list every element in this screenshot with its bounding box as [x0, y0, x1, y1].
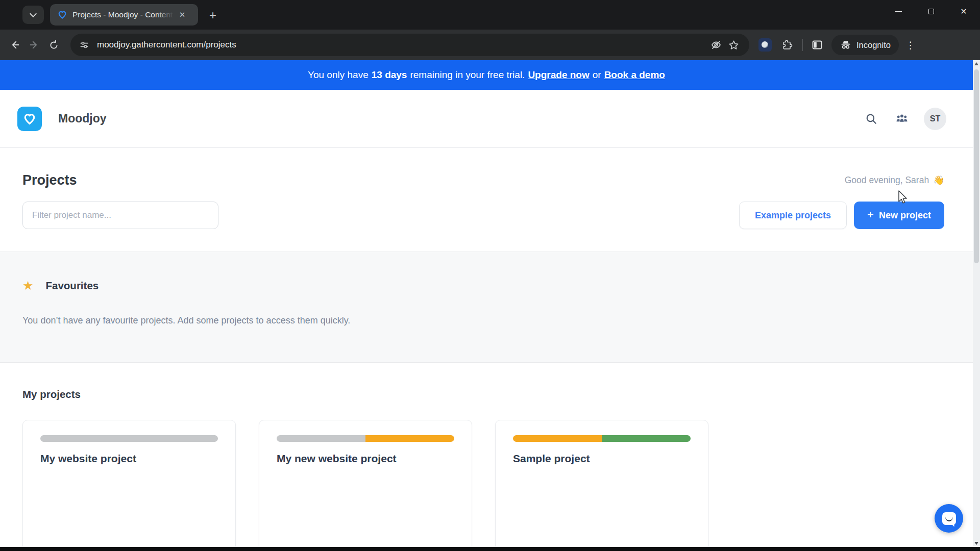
waving-hand-emoji: 👋 — [933, 175, 944, 186]
project-progress-bar — [513, 435, 691, 442]
site-header: Moodjoy — [0, 90, 973, 148]
minimize-button[interactable] — [882, 0, 915, 22]
search-icon — [865, 112, 878, 126]
trial-banner: You only have 13 days remaining in your … — [0, 60, 973, 90]
incognito-label: Incognito — [856, 40, 891, 50]
triangle-down-icon — [974, 542, 978, 545]
banner-or-text: or — [593, 69, 601, 81]
project-card[interactable]: My website project — [22, 420, 236, 551]
project-progress-bar — [40, 435, 218, 442]
bottom-edge-strip — [0, 547, 980, 551]
window-controls: ✕ — [882, 0, 980, 22]
triangle-up-icon — [974, 62, 978, 65]
favourites-title: Favourites — [46, 280, 99, 292]
tab-search-button[interactable] — [22, 6, 44, 24]
search-button[interactable] — [863, 110, 880, 128]
bookmark-button[interactable] — [725, 36, 742, 54]
site-controls-icon[interactable] — [77, 37, 92, 53]
greeting-label: Good evening, Sarah — [845, 175, 929, 186]
plus-icon: + — [867, 208, 874, 221]
toolbar-right: Incognito ⋮ — [758, 35, 923, 55]
incognito-badge[interactable]: Incognito — [831, 35, 899, 55]
user-avatar[interactable]: ST — [924, 108, 946, 130]
chat-widget-button[interactable] — [935, 504, 963, 533]
favourite-star-icon: ★ — [22, 280, 34, 292]
extensions-puzzle-icon[interactable] — [782, 39, 794, 51]
new-project-button[interactable]: + New project — [854, 202, 944, 229]
banner-days-remaining: 13 days — [372, 69, 407, 81]
filter-project-input[interactable] — [22, 202, 218, 229]
project-card[interactable]: My new website project — [259, 420, 472, 551]
eye-off-icon — [710, 39, 722, 51]
scrollbar-thumb[interactable] — [974, 69, 979, 263]
project-card-title[interactable]: My website project — [40, 453, 218, 465]
banner-text-middle: remaining in your free trial. — [410, 69, 525, 81]
chevron-down-icon — [30, 10, 37, 17]
project-cards: My website projectMy new website project… — [22, 420, 944, 551]
smile-icon — [945, 517, 953, 521]
projects-header-section: Projects Good evening, Sarah 👋 Example p… — [0, 148, 973, 252]
favourites-section: ★ Favourites You don’t have any favourit… — [0, 252, 973, 363]
progress-segment — [277, 435, 365, 442]
progress-segment — [513, 435, 602, 442]
minimize-icon — [895, 11, 902, 12]
side-panel-icon[interactable] — [811, 39, 823, 51]
chat-bubble-icon — [942, 512, 956, 525]
reload-button[interactable] — [44, 35, 63, 55]
back-arrow-icon — [9, 39, 20, 51]
scrollbar-up-arrow[interactable] — [973, 60, 980, 67]
tab-title: Projects - Moodjoy - Content W — [72, 10, 174, 19]
team-members-button[interactable] — [893, 110, 911, 128]
forward-arrow-icon — [29, 39, 40, 51]
web-page: You only have 13 days remaining in your … — [0, 60, 973, 551]
greeting-text: Good evening, Sarah 👋 — [845, 175, 944, 186]
new-project-label: New project — [879, 210, 931, 221]
maximize-icon — [928, 9, 934, 14]
browser-tab[interactable]: Projects - Moodjoy - Content W ✕ — [50, 4, 198, 26]
browser-toolbar: moodjoy.gathercontent.com/projects — [0, 30, 980, 60]
browser-tab-strip: Projects - Moodjoy - Content W ✕ + ✕ — [0, 0, 980, 30]
upgrade-now-link[interactable]: Upgrade now — [528, 69, 589, 81]
book-demo-link[interactable]: Book a demo — [604, 69, 665, 81]
project-card-title[interactable]: Sample project — [513, 453, 691, 465]
tracking-protection-button[interactable] — [707, 36, 725, 54]
close-icon: ✕ — [960, 7, 967, 16]
project-progress-bar — [277, 435, 454, 442]
toolbar-separator — [802, 39, 803, 51]
banner-text: You only have — [308, 69, 369, 81]
moodjoy-logo[interactable] — [17, 107, 42, 131]
progress-segment — [40, 435, 218, 442]
project-card[interactable]: Sample project — [495, 420, 708, 551]
page-title: Projects — [22, 172, 77, 188]
my-projects-title: My projects — [22, 388, 944, 400]
my-projects-section: My projects My website projectMy new web… — [0, 363, 973, 551]
address-bar[interactable]: moodjoy.gathercontent.com/projects — [70, 34, 749, 56]
brand-name[interactable]: Moodjoy — [58, 112, 107, 126]
url-text[interactable]: moodjoy.gathercontent.com/projects — [97, 40, 707, 50]
new-tab-button[interactable]: + — [205, 8, 220, 23]
moodjoy-favicon-icon — [57, 10, 67, 20]
header-actions: ST — [863, 108, 946, 130]
reload-icon — [48, 40, 59, 51]
maximize-button[interactable] — [915, 0, 947, 22]
favourites-empty-text: You don’t have any favourite projects. A… — [22, 315, 944, 326]
page-scrollbar[interactable] — [973, 60, 980, 551]
star-outline-icon — [728, 39, 740, 51]
extension-shortcut-icon[interactable] — [758, 38, 772, 52]
scrollbar-down-arrow[interactable] — [973, 540, 980, 547]
moodjoy-heart-icon — [22, 111, 37, 127]
tab-close-icon[interactable]: ✕ — [177, 9, 188, 20]
close-window-button[interactable]: ✕ — [947, 0, 980, 22]
incognito-icon — [840, 39, 852, 51]
people-icon — [895, 112, 909, 126]
progress-segment — [602, 435, 691, 442]
browser-menu-button[interactable]: ⋮ — [905, 39, 916, 51]
project-card-title[interactable]: My new website project — [277, 453, 454, 465]
example-projects-button[interactable]: Example projects — [739, 202, 847, 229]
page-viewport: You only have 13 days remaining in your … — [0, 60, 980, 551]
back-button[interactable] — [5, 35, 24, 55]
forward-button[interactable] — [24, 35, 44, 55]
progress-segment — [365, 435, 454, 442]
